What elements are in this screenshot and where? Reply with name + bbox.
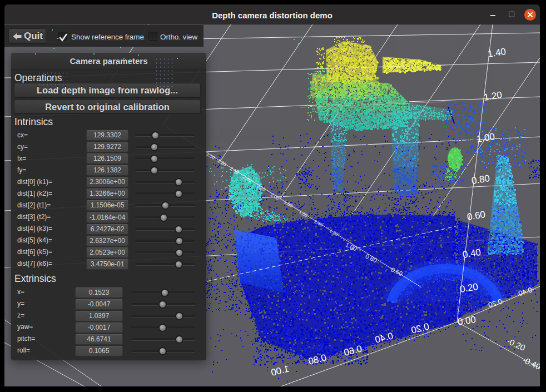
svg-text:1.80: 1.80 xyxy=(283,199,294,209)
svg-text:1.40: 1.40 xyxy=(487,46,507,59)
svg-text:2.00: 2.00 xyxy=(270,192,281,201)
svg-text:0.60: 0.60 xyxy=(466,209,487,222)
svg-text:1.20: 1.20 xyxy=(483,90,503,103)
svg-text:0.00: 0.00 xyxy=(457,314,477,328)
svg-text:-0.20: -0.20 xyxy=(505,336,527,353)
svg-text:1.00: 1.00 xyxy=(476,131,496,145)
svg-text:-0.40: -0.40 xyxy=(521,355,540,371)
svg-text:0.80: 0.80 xyxy=(471,173,491,186)
svg-text:1.00: 1.00 xyxy=(270,363,290,378)
svg-text:1.60: 1.60 xyxy=(298,209,309,219)
svg-text:3.00: 3.00 xyxy=(205,151,216,161)
svg-text:2.80: 2.80 xyxy=(217,158,228,167)
